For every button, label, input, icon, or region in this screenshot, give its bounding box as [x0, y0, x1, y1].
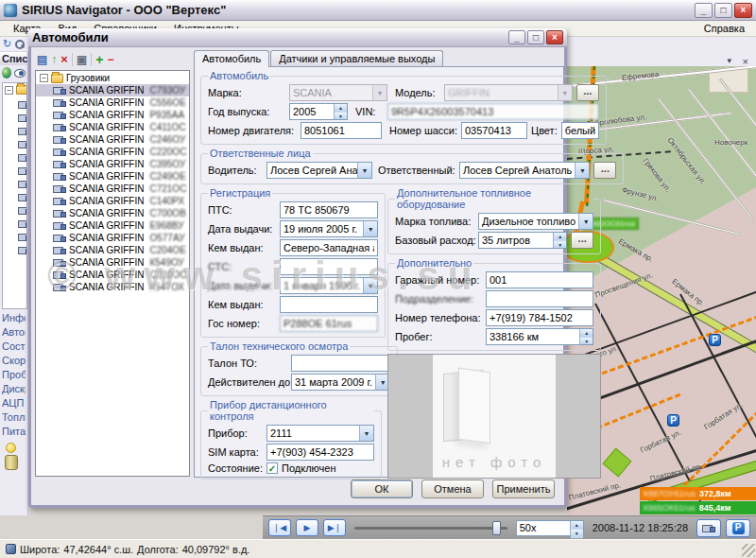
vehicle-tree-item[interactable]: SCANIA GRIFFINС411ОС61rus — [36, 121, 189, 133]
skip-forward-button[interactable]: ▶❘ — [323, 519, 346, 536]
pts-issuer-input[interactable] — [280, 239, 378, 256]
inspection-date-select[interactable]: 31 марта 2009 г.▼ — [291, 374, 390, 391]
phone-input[interactable] — [486, 309, 593, 326]
truck-icon — [53, 197, 66, 205]
skip-back-button[interactable]: ❘◀ — [268, 519, 291, 536]
add-icon[interactable]: + — [95, 53, 103, 66]
sidebar-tree[interactable]: − — [2, 82, 27, 309]
minimize-button[interactable]: _ — [695, 3, 713, 18]
expander-icon[interactable]: − — [5, 86, 13, 95]
sts-date-select[interactable]: 1 января 1900 г.▼ — [280, 277, 378, 294]
vehicle-tree-item[interactable]: SCANIA GRIFFINС246ОУ61rus — [36, 133, 189, 146]
pts-input[interactable] — [280, 201, 378, 218]
ok-button[interactable]: ОК — [351, 480, 413, 498]
inspection-ticket-input[interactable] — [291, 355, 390, 372]
engine-number-input[interactable] — [301, 122, 382, 139]
vehicle-tree-item[interactable]: SCANIA GRIFFINС204ОЕ61rus — [36, 244, 189, 256]
dialog-minimize-button[interactable]: _ — [508, 30, 525, 44]
remove-icon[interactable]: − — [107, 54, 113, 65]
color-input[interactable] — [561, 122, 599, 139]
sts-input[interactable] — [280, 258, 378, 275]
connected-checkbox[interactable]: ✓ — [266, 462, 278, 474]
close-button[interactable]: × — [734, 3, 752, 18]
device-select[interactable]: 2111▼ — [266, 425, 374, 442]
sidebar: Список − ИнформАвтомоСостояСкоросПробегД… — [0, 52, 28, 515]
list-edit-icon[interactable]: ▤ — [37, 54, 47, 65]
import-icon[interactable]: ↑ — [51, 54, 57, 65]
menu-help[interactable]: Справка — [696, 22, 752, 35]
dialog-maximize-button[interactable]: □ — [527, 30, 544, 44]
pts-date-select[interactable]: 19 июля 2005 г.▼ — [280, 220, 378, 237]
folder-icon — [51, 74, 63, 83]
vehicle-tree-item[interactable]: SCANIA GRIFFINС700ОВ61rus — [36, 207, 189, 219]
model-select[interactable]: GRIFFIN▼ — [444, 84, 573, 101]
save-icon[interactable]: ▣ — [77, 54, 87, 65]
truck-icon — [53, 221, 66, 230]
vehicle-tree-item[interactable]: SCANIA GRIFFINС395ОУ61rus — [36, 158, 189, 170]
dialog-close-button[interactable]: × — [546, 30, 563, 44]
division-input[interactable] — [486, 290, 593, 307]
show-parking-button[interactable]: P — [726, 519, 750, 537]
parking-marker[interactable]: P — [709, 334, 721, 346]
fuel-rate-spinner[interactable]: 35 литров ▲▼ — [478, 232, 567, 249]
sim-card-input[interactable] — [266, 444, 374, 461]
connected-label: Подключен — [282, 462, 336, 474]
chevron-down-icon: ▼ — [578, 214, 593, 229]
vehicle-tree-item[interactable]: SCANIA GRIFFINС220ОС61rus — [36, 146, 189, 158]
fuel-browse-button[interactable]: ... — [571, 232, 593, 249]
truck-icon — [53, 246, 66, 254]
brand-select[interactable]: SCANIA▼ — [289, 84, 387, 101]
vin-input[interactable] — [387, 103, 599, 120]
vehicle-tree-item[interactable]: SCANIA GRIFFINК549ОУ161rus — [36, 256, 189, 269]
garage-number-input[interactable] — [486, 271, 593, 288]
globe-icon[interactable] — [2, 67, 11, 78]
model-browse-button[interactable]: ... — [576, 84, 599, 101]
vehicle-tree-item[interactable]: SCANIA GRIFFINС249ОЕ61rus — [36, 170, 189, 183]
vehicle-tree-item[interactable]: SCANIA GRIFFINС140РХ161rus — [36, 195, 189, 207]
vehicle-tree-item[interactable]: SCANIA GRIFFINС721ОС61rus — [36, 183, 189, 195]
tree-root-row[interactable]: − Грузовики — [36, 71, 189, 84]
apply-button[interactable]: Применить — [492, 480, 555, 498]
vehicles-tree[interactable]: − Грузовики SCANIA GRIFFINС793ОУ61rus SC… — [35, 70, 190, 477]
tab-vehicle[interactable]: Автомобиль — [194, 50, 269, 67]
slider-thumb[interactable] — [492, 521, 501, 535]
vehicle-tree-item[interactable]: SCANIA GRIFFINО577АУ61rus — [36, 232, 189, 244]
cancel-button[interactable]: Отмена — [421, 480, 484, 498]
persons-browse-button[interactable]: ... — [593, 162, 616, 179]
timeline-slider[interactable] — [354, 527, 507, 530]
parking-marker[interactable]: P — [667, 414, 679, 427]
info-panel-label: Питани — [2, 425, 26, 439]
speed-spinner[interactable]: 50x ▲▼ — [516, 520, 584, 536]
vehicle-form: Автомобиль Датчики и управляемые выходы … — [194, 50, 564, 478]
expander-icon[interactable]: − — [40, 74, 48, 82]
sts-issuer-input[interactable] — [280, 296, 378, 313]
info-panel-label: Скорос — [2, 354, 26, 368]
map-dropdown-icon[interactable]: ▾ — [727, 56, 731, 65]
vehicle-tree-item[interactable]: SCANIA GRIFFINС210ОС61rus — [36, 269, 189, 281]
play-button[interactable]: ▶ — [296, 519, 318, 536]
playback-bar: ❘◀ ▶ ▶❘ 50x ▲▼ 2008-11-12 18:25:28 P — [263, 515, 756, 539]
plate-number-input[interactable] — [280, 315, 378, 332]
refresh-icon[interactable]: ↻ — [3, 39, 11, 49]
vehicle-tree-item[interactable]: SCANIA GRIFFINК547ОХ161rus — [36, 281, 189, 293]
resize-grip[interactable] — [742, 544, 755, 557]
window-title: SIRIUS Navigator - ООО "Вертекс" — [22, 3, 226, 17]
vehicle-tree-item[interactable]: SCANIA GRIFFINР935АА61rus — [36, 109, 189, 121]
show-trucks-button[interactable] — [696, 519, 721, 537]
driver-select[interactable]: Лосев Сергей Анатоль▼ — [266, 162, 372, 179]
tab-sensors[interactable]: Датчики и управляемые выходы — [270, 50, 443, 67]
app-icon — [4, 4, 17, 17]
vehicle-tree-item[interactable]: SCANIA GRIFFINЕ968ВУ161rus — [36, 219, 189, 232]
vehicle-tree-item[interactable]: SCANIA GRIFFINС556ОЕ61rus — [36, 96, 189, 109]
restore-button[interactable]: □ — [714, 3, 732, 18]
fuel-type-select[interactable]: Дизельное топливо▼ — [478, 213, 593, 230]
truck-icon — [53, 234, 66, 242]
responsible-select[interactable]: Лосев Сергей Анатоль▼ — [459, 162, 590, 179]
vehicle-tree-item[interactable]: SCANIA GRIFFINС793ОУ61rus — [36, 84, 189, 96]
year-spinner[interactable]: 2005 ▲▼ — [289, 103, 348, 120]
delete-icon[interactable]: × — [60, 53, 68, 65]
chassis-number-input[interactable] — [461, 122, 527, 139]
zoom-icon[interactable] — [15, 40, 25, 49]
visibility-icon[interactable] — [14, 69, 26, 78]
mileage-spinner[interactable]: 338166 км ▲▼ — [486, 328, 593, 345]
